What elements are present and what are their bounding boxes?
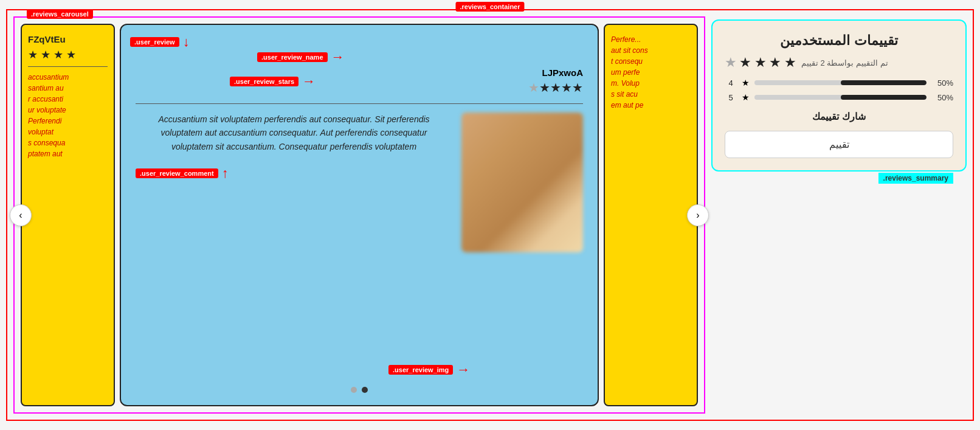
bar-4-star-icon: ★ xyxy=(742,78,750,88)
review-body: Accusantium sit voluptatem perferendis a… xyxy=(136,113,583,375)
summary-overall-stars: ★ ★ ★ ★ ★ xyxy=(725,55,796,71)
bar-4-track xyxy=(754,80,927,85)
user-review-stars-label: .user_review_stars xyxy=(230,77,298,86)
share-label: شارك تقييمك xyxy=(812,111,865,122)
os5: ★ xyxy=(725,55,737,70)
bar-5-track xyxy=(754,95,927,100)
star-2: ★ xyxy=(41,49,50,61)
chevron-right-icon: › xyxy=(696,210,699,221)
review-image xyxy=(461,113,583,252)
review-text-column: Accusantium sit voluptatem perferendis a… xyxy=(136,113,452,375)
carousel-next-button[interactable]: › xyxy=(687,204,709,226)
user-review-comment-label: .user_review_comment xyxy=(136,168,218,178)
share-section: شارك تقييمك xyxy=(725,111,953,122)
reviews-carousel-label: .reviews_carousel xyxy=(27,9,93,19)
left-card-text: accusantiumsantium aur accusantiur volup… xyxy=(28,72,108,159)
user-review-annotation: .user_review ↓ xyxy=(130,34,190,50)
summary-bars: 50% ★ 4 50% ★ 5 xyxy=(725,78,953,102)
down-arrow-icon: ↓ xyxy=(183,34,190,50)
os3: ★ xyxy=(754,55,767,70)
main-review-card: .user_review ↓ .user_review_name → .user… xyxy=(120,24,599,406)
dot-1[interactable] xyxy=(351,387,357,393)
reviews-summary: .reviews_summary تقييمات المستخدمين تم ا… xyxy=(711,19,967,172)
image-area: .user_review_img → xyxy=(461,113,583,375)
img-annotation-area: .user_review_img → xyxy=(388,362,470,378)
summary-overall-text: تم التقييم بواسطة 2 تقييم xyxy=(801,58,888,68)
bar-row-5: 50% ★ 5 xyxy=(725,92,953,102)
reviewer-name: LJPxwoA xyxy=(542,68,583,78)
name-stars-row: LJPxwoA xyxy=(136,68,583,78)
user-review-name-annotation: .user_review_name → xyxy=(257,49,345,65)
star-empty: ★ xyxy=(528,80,539,95)
bar-5-percent: 50% xyxy=(931,93,953,102)
bar-4-percent: 50% xyxy=(931,78,953,88)
left-side-card: FZqVtEu ★ ★ ★ ★ accusantiumsantium aur a… xyxy=(21,24,115,406)
review-header-area: .user_review_name → .user_review_stars →… xyxy=(136,68,583,95)
carousel-inner: ‹ FZqVtEu ★ ★ ★ ★ accusantiumsantium aur… xyxy=(21,24,698,406)
os4: ★ xyxy=(739,55,751,70)
os1: ★ xyxy=(784,55,796,70)
bar-5-fill xyxy=(841,95,927,100)
review-text: Accusantium sit voluptatem perferendis a… xyxy=(136,113,452,153)
reviews-carousel: .reviews_carousel ‹ FZqVtEu ★ ★ ★ ★ xyxy=(13,16,705,414)
dot-2[interactable] xyxy=(362,387,368,393)
left-card-name: FZqVtEu xyxy=(28,34,108,44)
summary-overall-row: تم التقييم بواسطة 2 تقييم ★ ★ ★ ★ ★ xyxy=(725,55,953,71)
star-f4: ★ xyxy=(572,80,583,95)
bar-4-num: 4 xyxy=(725,78,737,88)
os2: ★ xyxy=(769,55,781,70)
reviews-container-label: .reviews_container xyxy=(455,2,524,12)
carousel-prev-button[interactable]: ‹ xyxy=(10,204,32,226)
user-review-name-label: .user_review_name xyxy=(257,52,328,62)
name-arrow-icon: → xyxy=(331,49,345,65)
stars-arrow-icon: → xyxy=(302,74,316,89)
bar-5-star-icon: ★ xyxy=(742,92,750,102)
user-review-label: .user_review xyxy=(130,37,179,47)
comment-arrow-icon: ↑ xyxy=(222,165,229,181)
star-3: ★ xyxy=(53,49,63,61)
img-arrow-icon: → xyxy=(457,362,470,378)
rate-button[interactable]: تقييم xyxy=(725,131,953,158)
summary-title: تقييمات المستخدمين xyxy=(725,33,953,49)
reviews-container: .reviews_container .reviews_carousel ‹ F… xyxy=(6,9,974,421)
left-card-divider xyxy=(28,66,108,67)
user-review-img-label: .user_review_img xyxy=(388,365,453,375)
review-divider xyxy=(136,103,583,104)
right-side-card: Perfere...aut sit const consequum perfem… xyxy=(604,24,698,406)
carousel-dots xyxy=(136,387,583,393)
star-f1: ★ xyxy=(539,80,550,95)
reviews-summary-label: .reviews_summary xyxy=(878,173,953,184)
star-f2: ★ xyxy=(550,80,561,95)
left-card-stars: ★ ★ ★ ★ xyxy=(28,48,108,61)
user-review-stars-annotation: .user_review_stars → xyxy=(230,74,316,89)
star-f3: ★ xyxy=(561,80,572,95)
right-card-text: Perfere...aut sit const consequum perfem… xyxy=(611,34,691,111)
bar-row-4: 50% ★ 4 xyxy=(725,78,953,88)
bar-4-fill xyxy=(841,80,927,85)
star-1: ★ xyxy=(28,49,38,61)
stars-row: ★ ★ ★ ★ ★ xyxy=(136,80,583,95)
chevron-left-icon: ‹ xyxy=(19,210,22,221)
bar-5-num: 5 xyxy=(725,93,737,102)
comment-annotation-area: .user_review_comment ↑ xyxy=(136,165,452,181)
star-4: ★ xyxy=(66,49,76,61)
